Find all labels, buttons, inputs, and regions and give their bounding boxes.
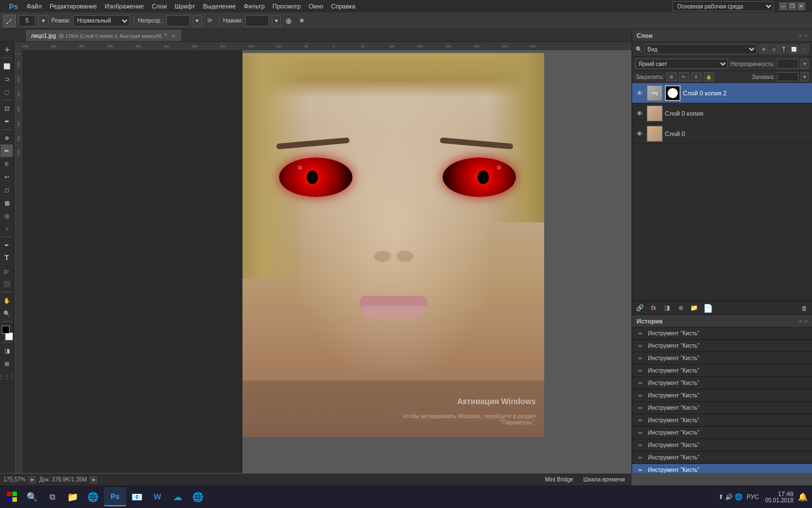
language-indicator[interactable]: РУС: [745, 493, 761, 500]
marquee-tool[interactable]: ⬜: [1, 60, 13, 72]
opacity-layers-arrow[interactable]: ▼: [801, 59, 809, 69]
layer-visibility-icon[interactable]: 👁: [634, 88, 645, 98]
hand-tool[interactable]: ✋: [1, 294, 13, 306]
menu-select[interactable]: Выделение: [199, 2, 240, 11]
delete-layer-btn[interactable]: 🗑: [798, 303, 810, 313]
gradient-tool[interactable]: ▦: [1, 196, 13, 209]
taskbar-taskview-button[interactable]: ⧉: [43, 487, 62, 506]
menu-window[interactable]: Окно: [305, 2, 328, 11]
notification-icons[interactable]: ⬆ 🔊 🌐: [718, 493, 743, 501]
adjustment-layer-btn[interactable]: ⊕: [675, 303, 686, 313]
history-item[interactable]: ✏ Инструмент "Кисть": [632, 327, 812, 340]
foreground-background-colors[interactable]: [1, 325, 13, 340]
taskbar-email-button[interactable]: 📧: [127, 487, 147, 506]
eraser-tool[interactable]: ◻: [1, 183, 13, 196]
blur-tool[interactable]: ◎: [1, 209, 13, 222]
lasso-tool[interactable]: ⊃: [1, 73, 13, 85]
quick-mask-mode[interactable]: ◨: [1, 344, 13, 357]
dodge-tool[interactable]: ○: [1, 222, 13, 235]
taskbar-chrome-button[interactable]: 🌐: [188, 487, 208, 506]
history-item[interactable]: ✏ Инструмент "Кисть": [632, 452, 812, 464]
document-tab[interactable]: лицо1.jpg @ 176% (Слой 0 копия 2, Быстра…: [26, 30, 181, 41]
blend-mode-dropdown[interactable]: Нормальный: [73, 15, 130, 27]
link-layers-btn[interactable]: 🔗: [634, 303, 646, 313]
layers-filter-sm[interactable]: ◌: [800, 45, 809, 54]
history-item[interactable]: ✏ Инструмент "Кисть": [632, 377, 812, 389]
history-item[interactable]: ✏ Инструмент "Кисть": [632, 464, 812, 473]
blend-mode-layers-dropdown[interactable]: Яркий свет: [636, 59, 728, 69]
menu-edit[interactable]: Редактирование: [46, 2, 101, 11]
layers-filter-type[interactable]: T: [779, 45, 788, 54]
history-brush-tool[interactable]: ↩: [1, 170, 13, 183]
history-item[interactable]: ✏ Инструмент "Кисть": [632, 402, 812, 414]
layers-filter-shape[interactable]: ⬜: [789, 45, 798, 54]
timeline-tab[interactable]: Шкала времени: [580, 475, 628, 484]
history-item[interactable]: ✏ Инструмент "Кисть": [632, 389, 812, 402]
history-collapse-right[interactable]: »: [805, 318, 807, 324]
layer-visibility-icon[interactable]: 👁: [634, 129, 645, 139]
mini-bridge-tab[interactable]: Mini Bridge: [541, 475, 576, 484]
lock-draw-btn[interactable]: ✏: [679, 72, 689, 81]
spot-heal-tool[interactable]: ⊕: [1, 132, 13, 144]
crop-tool[interactable]: ⊡: [1, 102, 13, 115]
shape-tool[interactable]: ⬛: [1, 278, 13, 290]
new-group-btn[interactable]: 📁: [689, 303, 700, 313]
workspace-dropdown[interactable]: Основная рабочая среда: [672, 1, 774, 11]
zoom-menu-btn[interactable]: ▶: [29, 476, 36, 483]
layer-item[interactable]: 👁 img Слой 0 копия 2: [632, 83, 812, 103]
extras-tool[interactable]: ⋮⋮⋮: [1, 370, 13, 383]
taskbar-skype-button[interactable]: ☁: [168, 487, 187, 506]
history-item[interactable]: ✏ Инструмент "Кисть": [632, 340, 812, 352]
taskbar-photoshop-button[interactable]: Ps: [104, 487, 126, 506]
menu-image[interactable]: Изображение: [101, 2, 148, 11]
zoom-tool[interactable]: 🔍: [1, 307, 13, 319]
layer-item[interactable]: 👁 Слой 0 копия: [632, 103, 812, 124]
fill-arrow[interactable]: ▼: [801, 72, 809, 81]
layers-collapse-left[interactable]: «: [799, 33, 802, 38]
quickselect-tool[interactable]: ◌: [1, 86, 13, 98]
menu-file[interactable]: Файл: [23, 2, 46, 11]
screen-mode[interactable]: ⊞: [1, 357, 13, 370]
taskbar-filemanager-button[interactable]: 📁: [63, 487, 82, 506]
history-collapse-left[interactable]: «: [799, 318, 802, 324]
history-item[interactable]: ✏ Инструмент "Кисть": [632, 439, 812, 452]
menu-view[interactable]: Просмотр: [268, 2, 304, 11]
layer-fx-btn[interactable]: fx: [648, 303, 659, 313]
clock[interactable]: 17:48 05.01.2018: [763, 491, 796, 503]
start-button[interactable]: [2, 487, 21, 506]
layers-filter-pixel[interactable]: ⊞: [759, 45, 768, 54]
flow-icon[interactable]: ⟳: [205, 16, 215, 26]
history-item[interactable]: ✏ Инструмент "Кисть": [632, 414, 812, 427]
history-item[interactable]: ✏ Инструмент "Кисть": [632, 352, 812, 365]
opacity-layers-input[interactable]: 100%: [777, 59, 798, 69]
menu-font[interactable]: Шрифт: [171, 2, 199, 11]
lock-move-btn[interactable]: ✛: [691, 72, 701, 81]
layers-filter-adjust[interactable]: ◎: [769, 45, 778, 54]
action-center[interactable]: 🔔: [798, 492, 807, 501]
brush-tool-icon[interactable]: [3, 15, 16, 27]
taskbar-search-button[interactable]: 🔍: [23, 487, 42, 506]
layers-filter-dropdown[interactable]: Вид: [645, 44, 757, 54]
history-item[interactable]: ✏ Инструмент "Кисть": [632, 427, 812, 439]
flow-input[interactable]: 100%: [245, 15, 269, 27]
maximize-button[interactable]: ❐: [788, 2, 796, 10]
lock-all-btn[interactable]: 🔒: [704, 72, 714, 81]
eyedropper-tool[interactable]: ✒: [1, 115, 13, 128]
fill-input[interactable]: 100%: [777, 72, 798, 81]
flow-dropdown-btn[interactable]: ▼: [272, 15, 281, 27]
doc-info-arrow[interactable]: ▶: [90, 476, 97, 483]
menu-bar[interactable]: Файл Редактирование Изображение Слои Шри…: [23, 2, 672, 11]
move-tool[interactable]: ✛: [1, 43, 13, 56]
layers-collapse-right[interactable]: »: [805, 33, 807, 38]
brush-size-input[interactable]: 5: [19, 15, 36, 27]
layer-visibility-icon[interactable]: 👁: [634, 108, 645, 119]
pen-tool[interactable]: ✒: [1, 239, 13, 251]
close-button[interactable]: ✕: [797, 2, 805, 10]
clone-tool[interactable]: ⎘: [1, 157, 13, 170]
history-item[interactable]: ✏ Инструмент "Кисть": [632, 365, 812, 377]
layer-item[interactable]: 👁 Слой 0: [632, 124, 812, 144]
menu-filter[interactable]: Фильтр: [240, 2, 268, 11]
new-layer-btn[interactable]: 📄: [702, 303, 713, 313]
brush-tool[interactable]: ✏: [1, 144, 13, 157]
lock-pixels-btn[interactable]: ⊞: [667, 72, 677, 81]
